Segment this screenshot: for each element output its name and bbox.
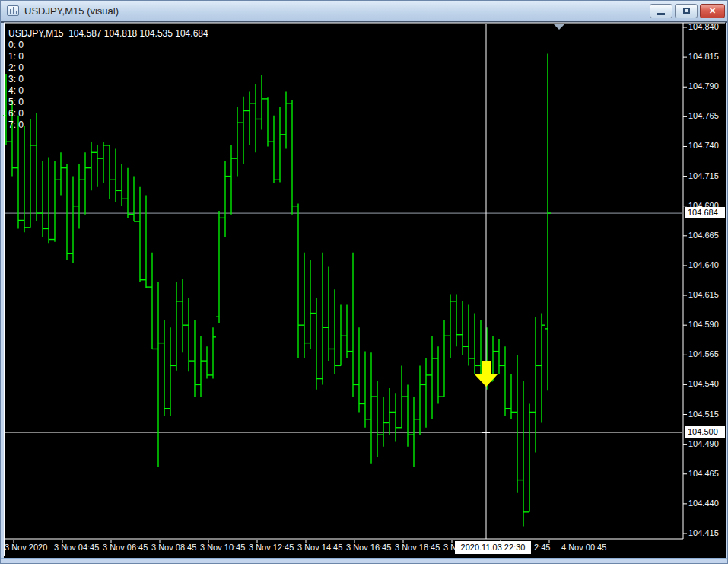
crosshair-time-label: 2020.11.03 22:30 [455,541,531,554]
current-price-label: 104.684 [685,207,725,218]
time-axis-label: 3 Nov 18:45 [395,543,440,552]
window-title: USDJPY,M15 (visual) [24,5,119,17]
chart-plot-area[interactable] [4,23,726,558]
close-button[interactable]: ✕ [700,4,725,18]
price-axis-label: 104.840 [688,22,719,31]
price-axis-label: 104.815 [688,52,719,61]
time-axis-label: 3 Nov 14:45 [297,543,342,552]
time-axis-label: 3 Nov 10:45 [200,543,245,552]
time-axis[interactable]: 3 Nov 20203 Nov 04:453 Nov 06:453 Nov 08… [1,541,728,558]
restore-button[interactable] [675,4,698,18]
price-axis[interactable]: 104.840104.815104.790104.765104.740104.7… [683,23,726,557]
price-axis-label: 104.640 [688,260,719,269]
time-axis-label: 3 Nov 2020 [5,543,47,552]
ohlc-info-line: USDJPY,M15 104.587 104.818 104.535 104.6… [8,28,208,39]
minimize-icon [657,13,665,15]
price-axis-label: 104.615 [688,290,719,299]
price-axis-label: 104.440 [688,499,719,508]
chart-window-icon[interactable] [7,5,19,16]
time-axis-label: 2:45 [534,543,550,552]
price-axis-label: 104.465 [688,469,719,478]
time-axis-label: 3 Nov 06:45 [103,543,148,552]
time-axis-label: 4 Nov 00:45 [561,543,606,552]
ea-comment-line: 0: 0 [8,40,24,51]
price-axis-label: 104.515 [688,409,719,419]
time-axis-label: 3 Nov 08:45 [151,543,196,552]
time-axis-label: 3 Nov 16:45 [346,543,391,552]
ea-comment-block: 0: 01: 02: 03: 04: 05: 06: 07: 0 [8,40,24,131]
ea-comment-line: 7: 0 [8,119,24,131]
crosshair-price-label: 104.500 [685,426,725,438]
ea-comment-line: 3: 0 [8,74,24,85]
restore-icon [683,8,690,14]
price-axis-label: 104.715 [688,171,719,180]
minimize-button[interactable] [650,4,672,18]
price-axis-label: 104.590 [688,320,719,329]
time-axis-label: 3 Nov 12:45 [249,543,294,552]
price-axis-label: 104.765 [688,111,719,120]
ea-comment-line: 2: 0 [8,62,24,74]
ea-comment-line: 1: 0 [8,51,24,62]
window-border-left [1,23,4,564]
window-border-bottom [1,558,728,564]
ea-comment-line: 6: 0 [8,108,24,119]
title-bar[interactable]: USDJPY,M15 (visual) ✕ [1,1,728,21]
ea-comment-line: 4: 0 [8,85,24,97]
chart-window: USDJPY,M15 (visual) ✕ USDJPY,M15 104.587… [0,0,728,564]
price-axis-label: 104.665 [688,231,719,240]
price-axis-label: 104.790 [688,81,719,91]
window-controls: ✕ [650,4,728,18]
price-axis-label: 104.740 [688,141,719,150]
close-icon: ✕ [709,6,716,16]
ea-comment-line: 5: 0 [8,97,24,108]
time-axis-label: 3 Nov 04:45 [54,543,99,552]
price-axis-label: 104.490 [688,439,719,448]
price-axis-label: 104.565 [688,349,719,358]
price-axis-label: 104.415 [688,528,719,537]
price-axis-label: 104.540 [688,379,719,388]
